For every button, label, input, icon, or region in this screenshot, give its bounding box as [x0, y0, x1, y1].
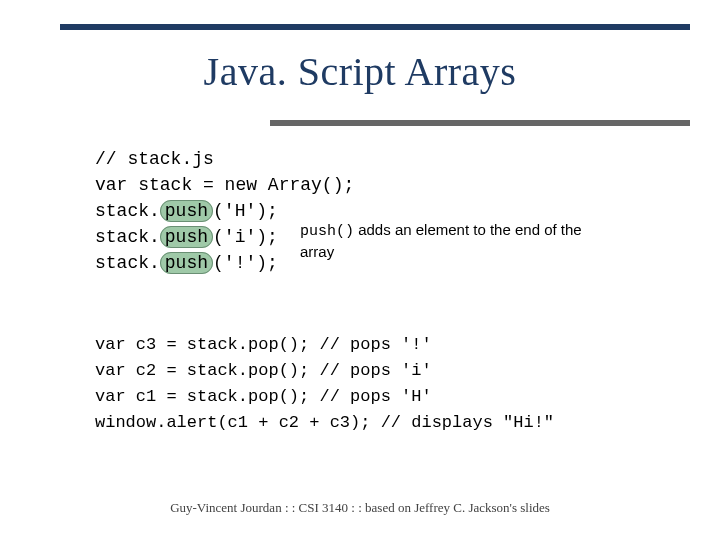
top-rule	[60, 24, 690, 30]
code-lower-3: var c1 = stack.pop(); // pops 'H'	[95, 387, 432, 406]
code-line-2: var stack = new Array();	[95, 175, 354, 195]
push-highlight-1: push	[160, 200, 213, 222]
code-lower-4: window.alert(c1 + c2 + c3); // displays …	[95, 413, 554, 432]
code-line-3c: ('H');	[213, 201, 278, 221]
push-highlight-2: push	[160, 226, 213, 248]
callout: push() adds an element to the end of the…	[300, 220, 620, 261]
code-lower-1: var c3 = stack.pop(); // pops '!'	[95, 335, 432, 354]
code-line-4c: ('i');	[213, 227, 278, 247]
callout-code: push()	[300, 223, 354, 240]
slide: Java. Script Arrays // stack.js var stac…	[0, 0, 720, 540]
footer-text: Guy-Vincent Jourdan : : CSI 3140 : : bas…	[0, 500, 720, 516]
code-line-1: // stack.js	[95, 149, 214, 169]
mid-rule	[270, 120, 690, 126]
push-highlight-3: push	[160, 252, 213, 274]
code-block-lower: var c3 = stack.pop(); // pops '!' var c2…	[95, 332, 554, 436]
code-line-3a: stack.	[95, 201, 160, 221]
slide-title: Java. Script Arrays	[0, 48, 720, 95]
code-lower-2: var c2 = stack.pop(); // pops 'i'	[95, 361, 432, 380]
code-line-5c: ('!');	[213, 253, 278, 273]
code-line-5a: stack.	[95, 253, 160, 273]
code-line-4a: stack.	[95, 227, 160, 247]
